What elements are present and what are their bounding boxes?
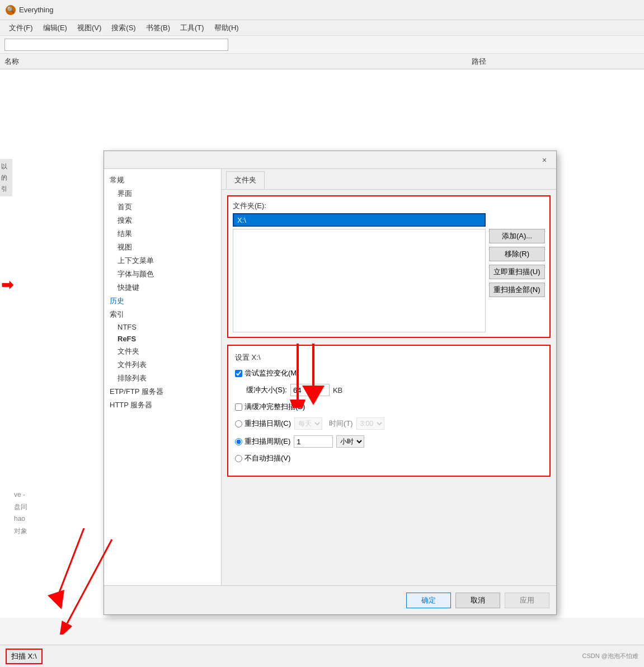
nav-item-interface[interactable]: 界面 [104, 187, 221, 200]
rescan-period-text: 重扫描周期(E) [245, 436, 290, 447]
nav-item-exclude-list[interactable]: 排除列表 [104, 372, 221, 385]
scan-status: 扫描 X:\ [6, 649, 43, 664]
rescan-date-dropdown: 每天 [294, 417, 322, 430]
menu-bar: 文件(F) 编辑(E) 视图(V) 搜索(S) 书签(B) 工具(T) 帮助(H… [0, 20, 644, 36]
monitor-change-label[interactable]: 尝试监控变化(M) [235, 368, 299, 378]
full-scan-row: 满缓冲完整扫描(B) [235, 402, 543, 412]
col-path-header: 路径 [472, 57, 640, 67]
nav-item-http[interactable]: HTTP 服务器 [104, 398, 221, 412]
buffer-input[interactable] [290, 384, 330, 396]
nav-item-general[interactable]: 常规 [104, 173, 221, 187]
settings-dialog: × 常规 界面 首页 搜索 结果 视图 上下文菜单 字体与颜色 快捷键 历史 索… [104, 151, 557, 615]
rescan-period-label[interactable]: 重扫描周期(E) [235, 436, 290, 447]
title-bar: 🔍 Everything [0, 0, 644, 20]
csdn-watermark: CSDN @泡泡不怕难 [582, 652, 638, 660]
svg-marker-3 [48, 590, 64, 609]
status-right: CSDN @泡泡不怕难 [582, 652, 638, 660]
nav-item-shortcuts[interactable]: 快捷键 [104, 281, 221, 294]
cancel-button[interactable]: 取消 [455, 593, 500, 608]
full-scan-label[interactable]: 满缓冲完整扫描(B) [235, 402, 305, 412]
add-button[interactable]: 添加(A)... [489, 229, 545, 243]
dialog-body: 常规 界面 首页 搜索 结果 视图 上下文菜单 字体与颜色 快捷键 历史 索引 … [104, 169, 556, 585]
folder-panel: 文件夹(E): 添加(A)... 移除(R) 立即重扫描(U) [222, 190, 556, 482]
nav-item-home[interactable]: 首页 [104, 200, 221, 214]
dialog-close-button[interactable]: × [538, 154, 551, 166]
menu-bookmarks[interactable]: 书签(B) [142, 22, 175, 34]
rescan-all-button[interactable]: 重扫描全部(N) [489, 283, 545, 297]
time-label: 时间(T) [329, 419, 353, 429]
search-bar [0, 36, 644, 54]
rescan-button[interactable]: 立即重扫描(U) [489, 265, 545, 279]
rescan-date-row: 重扫描日期(C) 每天 时间(T) 3:00 [235, 417, 543, 430]
rescan-date-text: 重扫描日期(C) [245, 419, 291, 429]
rescan-period-row: 重扫描周期(E) 小时 [235, 435, 543, 448]
nav-item-history[interactable]: 历史 [104, 294, 221, 308]
dialog-footer: 确定 取消 应用 [104, 585, 556, 614]
no-auto-scan-row: 不自动扫描(V) [235, 453, 543, 463]
monitor-change-row: 尝试监控变化(M) [235, 368, 543, 378]
folder-input-container: 添加(A)... 移除(R) 立即重扫描(U) 重扫描全部(N) [233, 213, 545, 332]
full-scan-text: 满缓冲完整扫描(B) [245, 402, 305, 412]
nav-item-ntfs[interactable]: NTFS [104, 321, 221, 333]
rescan-period-radio[interactable] [235, 438, 242, 445]
monitor-change-text: 尝试监控变化(M) [245, 368, 299, 378]
folder-input-section: 文件夹(E): 添加(A)... 移除(R) 立即重扫描(U) [227, 195, 551, 338]
scan-status-text: 扫描 X:\ [11, 652, 37, 660]
no-auto-scan-text: 不自动扫描(V) [245, 453, 290, 463]
search-input[interactable] [4, 39, 228, 51]
right-panel: 文件夹 文件夹(E): [222, 169, 556, 585]
nav-item-refs[interactable]: ReFS [104, 333, 221, 345]
dialog-title-bar: × [104, 151, 556, 169]
no-auto-scan-radio[interactable] [235, 455, 242, 462]
rescan-date-radio[interactable] [235, 420, 242, 428]
no-auto-scan-label[interactable]: 不自动扫描(V) [235, 453, 290, 463]
tab-bar: 文件夹 [222, 169, 556, 190]
buffer-unit: KB [333, 386, 342, 394]
nav-sidebar: 常规 界面 首页 搜索 结果 视图 上下文菜单 字体与颜色 快捷键 历史 索引 … [104, 169, 222, 585]
app-icon: 🔍 [6, 5, 16, 15]
svg-line-2 [56, 528, 84, 601]
nav-item-etp[interactable]: ETP/FTP 服务器 [104, 385, 221, 398]
nav-item-results[interactable]: 结果 [104, 227, 221, 241]
tab-folder[interactable]: 文件夹 [226, 171, 265, 189]
folder-label: 文件夹(E): [233, 201, 545, 211]
time-dropdown: 3:00 [356, 417, 384, 430]
nav-item-search[interactable]: 搜索 [104, 214, 221, 227]
app-title: Everything [19, 6, 53, 14]
column-headers: 名称 路径 [0, 54, 644, 69]
menu-edit[interactable]: 编辑(E) [39, 22, 72, 34]
menu-view[interactable]: 视图(V) [73, 22, 106, 34]
menu-tools[interactable]: 工具(T) [176, 22, 209, 34]
left-arrow-annotation: ➡ [1, 276, 13, 294]
rescan-date-label[interactable]: 重扫描日期(C) [235, 419, 291, 429]
bottom-left-arrow [45, 528, 90, 612]
full-scan-checkbox[interactable] [235, 403, 242, 411]
monitor-change-checkbox[interactable] [235, 370, 242, 377]
period-value-input[interactable] [294, 435, 333, 448]
remove-button[interactable]: 移除(R) [489, 247, 545, 261]
settings-title: 设置 X:\ [235, 353, 543, 363]
side-text: 以 的 引 [0, 159, 12, 196]
nav-item-view[interactable]: 视图 [104, 241, 221, 254]
folder-path-input[interactable] [233, 213, 486, 227]
folder-buttons: 添加(A)... 移除(R) 立即重扫描(U) 重扫描全部(N) [489, 213, 545, 332]
menu-search[interactable]: 搜索(S) [107, 22, 140, 34]
apply-button[interactable]: 应用 [505, 593, 549, 608]
menu-help[interactable]: 帮助(H) [210, 22, 243, 34]
status-bar: 扫描 X:\ CSDN @泡泡不怕难 [0, 645, 644, 667]
main-window: 🔍 Everything 文件(F) 编辑(E) 视图(V) 搜索(S) 书签(… [0, 0, 644, 667]
buffer-size-row: 缓冲大小(S): KB [235, 384, 543, 396]
nav-item-folder[interactable]: 文件夹 [104, 345, 221, 358]
nav-item-file-list[interactable]: 文件列表 [104, 358, 221, 372]
bg-annotation: ve - 盘同 hao 对象 [14, 489, 27, 537]
period-unit-dropdown[interactable]: 小时 [336, 435, 364, 448]
folder-list-area [233, 229, 486, 332]
settings-section: 设置 X:\ 尝试监控变化(M) 缓冲大小(S): [227, 345, 551, 477]
buffer-label: 缓冲大小(S): [246, 385, 287, 395]
nav-item-index[interactable]: 索引 [104, 308, 221, 321]
ok-button[interactable]: 确定 [406, 593, 451, 608]
menu-file[interactable]: 文件(F) [4, 22, 37, 34]
nav-item-font-color[interactable]: 字体与颜色 [104, 267, 221, 281]
nav-item-context-menu[interactable]: 上下文菜单 [104, 254, 221, 267]
main-content: 以 的 引 ➡ ve - 盘同 hao 对象 [0, 69, 644, 618]
